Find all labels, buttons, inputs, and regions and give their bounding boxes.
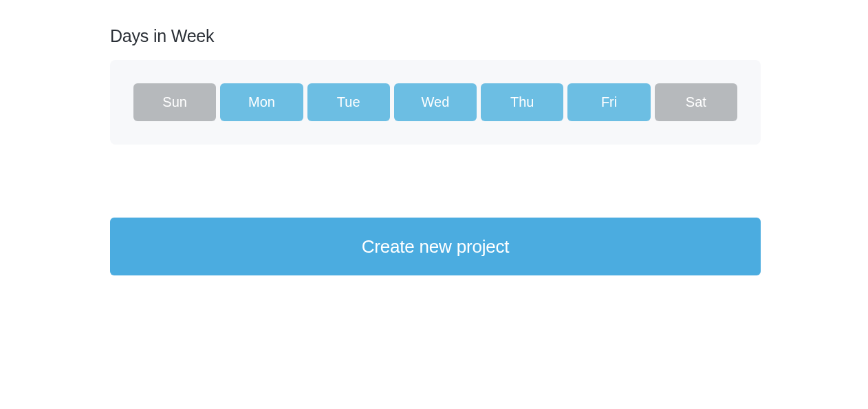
day-toggle-tue[interactable]: Tue <box>307 83 390 121</box>
day-label: Wed <box>422 94 450 110</box>
form-section: Days in Week Sun Mon Tue Wed Thu Fri Sat… <box>110 0 761 275</box>
day-toggle-mon[interactable]: Mon <box>220 83 303 121</box>
day-label: Mon <box>248 94 275 110</box>
days-in-week-panel: Sun Mon Tue Wed Thu Fri Sat <box>110 60 761 145</box>
day-toggle-sat[interactable]: Sat <box>655 83 737 121</box>
day-toggle-sun[interactable]: Sun <box>133 83 216 121</box>
day-label: Fri <box>601 94 617 110</box>
day-label: Sun <box>162 94 187 110</box>
create-project-button[interactable]: Create new project <box>110 218 761 275</box>
day-toggle-fri[interactable]: Fri <box>567 83 650 121</box>
day-label: Thu <box>510 94 534 110</box>
create-project-label: Create new project <box>362 236 510 258</box>
section-title: Days in Week <box>110 26 761 46</box>
day-label: Sat <box>686 94 706 110</box>
day-toggle-thu[interactable]: Thu <box>481 83 563 121</box>
day-toggle-wed[interactable]: Wed <box>394 83 477 121</box>
day-label: Tue <box>337 94 360 110</box>
